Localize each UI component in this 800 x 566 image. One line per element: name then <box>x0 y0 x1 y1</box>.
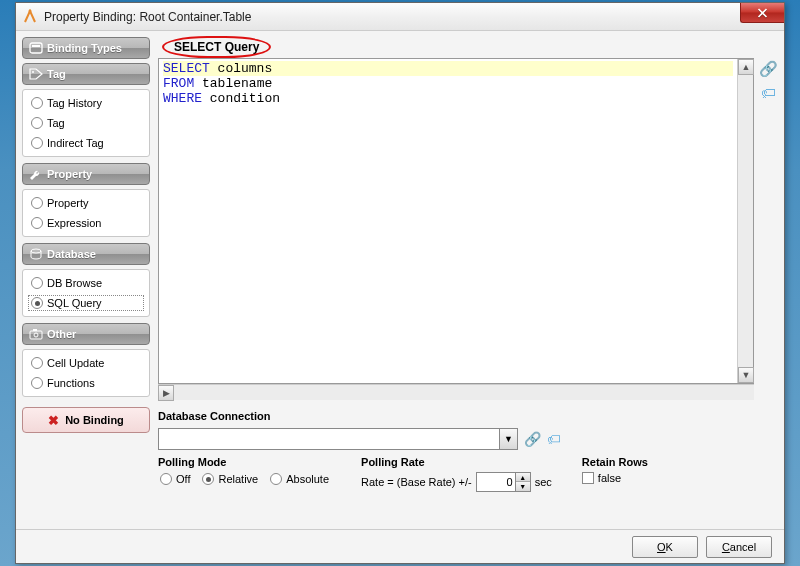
db-connection-combo[interactable]: ▼ <box>158 428 518 450</box>
scroll-up-icon[interactable]: ▲ <box>738 59 754 75</box>
insert-link-icon[interactable]: 🔗 <box>759 60 778 78</box>
group-header-tag: Tag <box>22 63 150 85</box>
spinner-down-icon[interactable]: ▼ <box>516 482 530 491</box>
scroll-down-icon[interactable]: ▼ <box>738 367 754 383</box>
group-title: Other <box>47 328 76 340</box>
polling-rate-label: Polling Rate <box>361 456 552 468</box>
tag-icon <box>29 68 43 80</box>
group-header-other: Other <box>22 323 150 345</box>
retain-rows-label: Retain Rows <box>582 456 648 468</box>
option-label: Expression <box>47 217 101 229</box>
delete-icon: ✖ <box>48 413 59 428</box>
wrench-icon <box>29 168 43 180</box>
no-binding-button[interactable]: ✖ No Binding <box>22 407 150 433</box>
svg-point-0 <box>29 9 32 12</box>
polling-rate-prefix: Rate = (Base Rate) +/- <box>361 476 472 488</box>
sidebar-heading: Binding Types <box>22 37 150 59</box>
group-title: Tag <box>47 68 66 80</box>
options-panel: Database Connection ▼ 🔗 🏷 Polling Mode O… <box>158 400 778 492</box>
app-icon <box>22 9 38 25</box>
no-binding-label: No Binding <box>65 414 124 426</box>
bindings-icon <box>29 42 43 54</box>
dialog-window: Property Binding: Root Container.Table B… <box>15 2 785 564</box>
group-header-database: Database <box>22 243 150 265</box>
group-body-database: DB Browse SQL Query <box>22 269 150 317</box>
titlebar: Property Binding: Root Container.Table <box>16 3 784 31</box>
option-property[interactable]: Property <box>29 196 143 210</box>
svg-point-6 <box>34 333 38 337</box>
polling-off[interactable]: Off <box>158 472 192 486</box>
option-indirect-tag[interactable]: Indirect Tag <box>29 136 143 150</box>
chevron-down-icon[interactable]: ▼ <box>499 429 517 449</box>
retain-rows-checkbox[interactable] <box>582 472 594 484</box>
svg-rect-7 <box>33 329 37 331</box>
group-title: Property <box>47 168 92 180</box>
option-label: Cell Update <box>47 357 104 369</box>
polling-rate-spinner[interactable]: ▲▼ <box>476 472 531 492</box>
option-expression[interactable]: Expression <box>29 216 143 230</box>
svg-rect-1 <box>30 43 42 53</box>
tag-icon[interactable]: 🏷 <box>547 431 561 447</box>
window-title: Property Binding: Root Container.Table <box>44 10 251 24</box>
editor-side-toolbar: 🔗 🏷 <box>758 58 778 400</box>
option-label: Tag <box>47 117 65 129</box>
text: columns <box>210 61 272 76</box>
editor-scrollbar-vertical[interactable]: ▲ ▼ <box>737 59 753 383</box>
group-header-property: Property <box>22 163 150 185</box>
option-functions[interactable]: Functions <box>29 376 143 390</box>
polling-relative[interactable]: Relative <box>200 472 260 486</box>
option-tag-history[interactable]: Tag History <box>29 96 143 110</box>
option-cell-update[interactable]: Cell Update <box>29 356 143 370</box>
retain-rows-value: false <box>598 472 621 484</box>
text: tablename <box>194 76 272 91</box>
option-label: SQL Query <box>47 297 102 309</box>
option-label: Absolute <box>286 473 329 485</box>
sidebar: Binding Types Tag Tag History Tag Indire… <box>22 37 150 523</box>
svg-point-3 <box>32 71 34 73</box>
option-label: Off <box>176 473 190 485</box>
text: condition <box>202 91 280 106</box>
sql-editor[interactable]: SELECT columnsFROM tablename WHERE condi… <box>159 59 737 383</box>
svg-point-4 <box>31 249 41 253</box>
group-body-other: Cell Update Functions <box>22 349 150 397</box>
editor-scrollbar-horizontal[interactable]: ◀ ▶ <box>158 384 754 400</box>
option-db-browse[interactable]: DB Browse <box>29 276 143 290</box>
window-close-button[interactable] <box>740 3 784 23</box>
db-connection-input[interactable] <box>159 429 499 449</box>
group-title: Database <box>47 248 96 260</box>
polling-rate-suffix: sec <box>535 476 552 488</box>
group-body-tag: Tag History Tag Indirect Tag <box>22 89 150 157</box>
cancel-button[interactable]: Cancel <box>706 536 772 558</box>
spinner-up-icon[interactable]: ▲ <box>516 473 530 482</box>
svg-rect-5 <box>30 331 42 339</box>
option-label: Tag History <box>47 97 102 109</box>
dialog-body: Binding Types Tag Tag History Tag Indire… <box>16 31 784 529</box>
kw-where: WHERE <box>163 91 202 106</box>
db-connection-label: Database Connection <box>158 410 778 422</box>
ok-button[interactable]: OK <box>632 536 698 558</box>
kw-select: SELECT <box>163 61 210 76</box>
group-body-property: Property Expression <box>22 189 150 237</box>
select-query-heading: SELECT Query <box>168 40 265 54</box>
sidebar-heading-label: Binding Types <box>47 42 122 54</box>
option-label: DB Browse <box>47 277 102 289</box>
option-label: Functions <box>47 377 95 389</box>
kw-from: FROM <box>163 76 194 91</box>
database-icon <box>29 248 43 260</box>
dialog-footer: OK Cancel <box>16 529 784 563</box>
scroll-right-icon[interactable]: ▶ <box>158 385 174 401</box>
polling-mode-label: Polling Mode <box>158 456 331 468</box>
sql-editor-wrap: SELECT columnsFROM tablename WHERE condi… <box>158 58 754 384</box>
polling-absolute[interactable]: Absolute <box>268 472 331 486</box>
main-panel: SELECT Query SELECT columnsFROM tablenam… <box>158 37 778 523</box>
insert-tag-icon[interactable]: 🏷 <box>761 84 776 101</box>
polling-rate-input[interactable] <box>476 472 516 492</box>
link-icon[interactable]: 🔗 <box>524 431 541 447</box>
option-label: Relative <box>218 473 258 485</box>
camera-icon <box>29 328 43 340</box>
option-sql-query[interactable]: SQL Query <box>29 296 143 310</box>
option-tag[interactable]: Tag <box>29 116 143 130</box>
option-label: Indirect Tag <box>47 137 104 149</box>
option-label: Property <box>47 197 89 209</box>
svg-rect-2 <box>32 45 40 47</box>
